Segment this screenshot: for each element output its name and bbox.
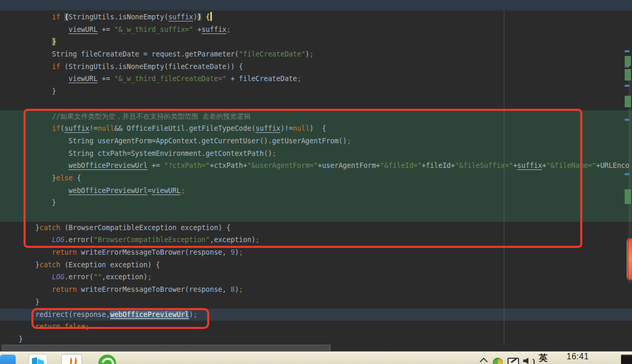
code-line[interactable]: }: [0, 296, 632, 309]
code-line[interactable]: return writeErrorMessageToBrower(respons…: [0, 283, 632, 296]
code-token: "fileCreateDate": [239, 50, 306, 58]
code-token: }: [36, 298, 40, 306]
code-token: (StringUtils.isNoneEmpty(fileCreateDate)…: [60, 63, 243, 71]
code-token: "&_w_third_fileCreateDate=": [114, 75, 226, 83]
code-line[interactable]: }: [0, 333, 632, 346]
code-token: "&_w_third_suffix=": [114, 26, 193, 33]
touch-keyboard-icon[interactable]: [507, 358, 519, 364]
code-line[interactable]: }: [0, 36, 632, 48]
clock[interactable]: 16:41: [567, 352, 589, 361]
code-token: return: [52, 286, 77, 293]
code-token: ;: [227, 26, 231, 33]
desktop-screen: if (StringUtils.isNoneEmpty(suffix)) { v…: [0, 0, 632, 364]
code-token: [2, 335, 19, 343]
horizontal-scrollbar[interactable]: [2, 345, 331, 351]
stripe-mark-added[interactable]: [625, 96, 631, 107]
code-token: ;: [310, 50, 314, 58]
code-token: {: [206, 13, 210, 21]
code-token: [2, 286, 52, 293]
code-line[interactable]: if (StringUtils.isNoneEmpty(fileCreateDa…: [0, 61, 632, 73]
code-token: [2, 261, 36, 269]
code-line[interactable]: [0, 98, 632, 110]
code-token: [2, 311, 36, 318]
code-token: suffix: [201, 26, 227, 33]
code-token: +: [193, 26, 201, 33]
code-token: + fileCreateDate: [227, 75, 297, 83]
code-token: [2, 26, 69, 33]
code-token: [2, 273, 52, 281]
code-token: (Exception exception) {: [60, 261, 160, 269]
stripe-mark-changed[interactable]: [625, 119, 629, 121]
code-token: +=: [98, 75, 115, 83]
code-line[interactable]: if (StringUtils.isNoneEmpty(suffix)) {: [0, 11, 632, 24]
pen-shape: [511, 358, 517, 363]
code-token: [2, 38, 52, 46]
speaker-icon[interactable]: [523, 358, 528, 364]
code-token: [2, 248, 52, 256]
code-line[interactable]: viewURL += "&_w_third_suffix=" +suffix;: [0, 24, 632, 36]
windows-taskbar: 英 16:41: [0, 351, 632, 364]
code-token: writeErrorMessageToBrower(response,: [77, 286, 231, 293]
stripe-mark-changed[interactable]: [625, 173, 629, 175]
code-token: if: [52, 13, 60, 21]
stripe-mark-added[interactable]: [625, 189, 631, 204]
code-token: ): [306, 50, 310, 58]
code-token: suffix: [168, 13, 194, 21]
stripe-mark-changed[interactable]: [625, 85, 629, 87]
code-token: ): [235, 248, 239, 256]
code-token: writeErrorMessageToBrower(response,: [77, 248, 231, 256]
code-line[interactable]: }catch (Exception exception) {: [0, 259, 632, 271]
code-token: [60, 13, 64, 21]
code-token: 9: [231, 248, 235, 256]
code-token: viewURL: [69, 26, 98, 33]
red-annotation-rect: [24, 109, 582, 248]
code-token: [2, 13, 52, 21]
code-token: }: [52, 87, 56, 95]
error-stripe[interactable]: [625, 0, 632, 351]
code-token: [2, 323, 36, 331]
security-ball-icon[interactable]: [493, 358, 503, 364]
code-token: }: [19, 335, 23, 343]
code-token: return: [52, 248, 77, 256]
chart-bar-shape: [32, 357, 37, 364]
code-line[interactable]: LOG.error("",exception);: [0, 271, 632, 283]
code-token: [201, 13, 206, 21]
code-token: LOG: [52, 273, 64, 281]
code-line[interactable]: viewURL += "&_w_third_fileCreateDate=" +…: [0, 73, 632, 85]
code-line[interactable]: String fileCreateDate = request.getParam…: [0, 48, 632, 61]
code-token: +=: [98, 26, 115, 33]
sync-ring-shape: [99, 356, 117, 364]
code-token: ,exception): [102, 273, 148, 281]
hidden-icons-chevron-icon[interactable]: [480, 358, 488, 364]
peek-window[interactable]: [621, 355, 632, 364]
code-token: ;: [239, 286, 243, 293]
code-token: viewURL: [69, 75, 98, 83]
code-line[interactable]: return writeErrorMessageToBrower(respons…: [0, 246, 632, 259]
code-token: catch: [39, 261, 60, 269]
code-token: ): [197, 13, 201, 21]
red-scrollbar-marker: [627, 238, 632, 280]
stripe-mark-divider[interactable]: [625, 66, 629, 67]
code-token: [2, 87, 52, 95]
code-token: if: [52, 63, 60, 71]
code-token: [2, 75, 69, 83]
code-token: String fileCreateDate = request.getParam…: [52, 50, 239, 58]
stripe-mark-added[interactable]: [625, 56, 631, 66]
stripe-mark-added[interactable]: [625, 69, 631, 81]
red-annotation-rect: [31, 308, 209, 329]
code-line[interactable]: }: [0, 85, 632, 98]
green-sync-app-icon[interactable]: [98, 355, 116, 364]
code-token: (: [64, 13, 69, 21]
chart-app-icon[interactable]: [29, 355, 47, 364]
flame-shape: [71, 357, 77, 364]
code-token: ;: [239, 248, 243, 256]
code-token: [2, 298, 36, 306]
photos-app-icon[interactable]: [0, 355, 16, 364]
code-token: 8: [231, 286, 235, 293]
flame-app-icon[interactable]: [62, 355, 82, 364]
ime-indicator[interactable]: 英: [539, 352, 548, 364]
code-token: [2, 50, 52, 58]
text-caret: [210, 12, 212, 21]
code-token: "": [94, 273, 102, 281]
stripe-mark-changed[interactable]: [625, 50, 629, 52]
